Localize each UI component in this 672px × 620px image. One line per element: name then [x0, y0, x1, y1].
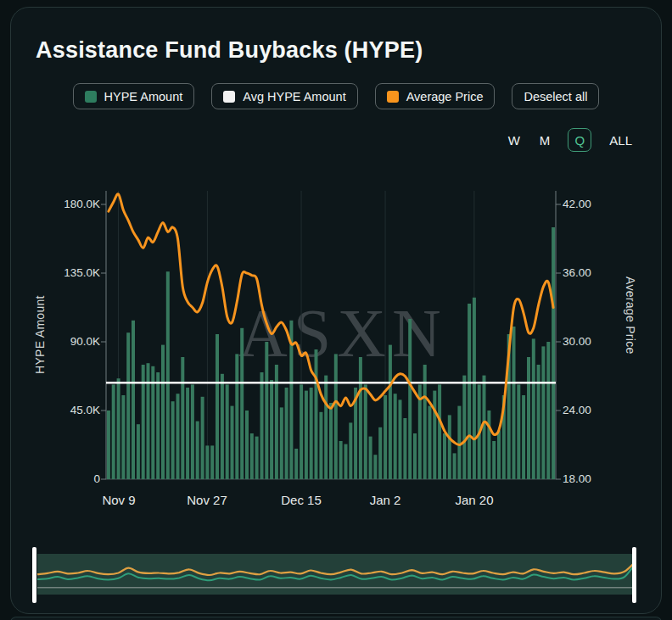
y-right-tick: 30.00: [563, 335, 613, 348]
hype-amount-bar: [522, 395, 525, 479]
hype-amount-bar: [137, 424, 140, 479]
hype-amount-bar: [255, 437, 259, 479]
hype-amount-bar: [171, 401, 175, 479]
avg-hype-amount-swatch-icon: [223, 91, 235, 103]
hype-amount-bar: [492, 441, 496, 479]
hype-amount-bar: [448, 415, 451, 479]
hype-amount-bar: [285, 388, 288, 479]
legend-label: HYPE Amount: [104, 90, 183, 103]
legend-toggle-average-price[interactable]: Average Price: [375, 83, 496, 109]
hype-amount-bar: [161, 345, 165, 479]
legend-toggle-hype-amount[interactable]: HYPE Amount: [73, 83, 195, 109]
y-right-tick: 42.00: [563, 198, 613, 210]
range-selector: W M Q ALL: [507, 127, 634, 153]
hype-amount-bar: [191, 384, 194, 479]
hype-amount-bar: [497, 430, 501, 479]
navigator-left-handle[interactable]: [32, 547, 36, 603]
hype-amount-bar: [216, 334, 219, 479]
hype-amount-bar: [428, 406, 432, 479]
hype-amount-bar: [378, 427, 382, 479]
hype-amount-bar: [181, 357, 184, 479]
range-option-quarter[interactable]: Q: [568, 128, 591, 152]
y-right-tick: 36.00: [563, 266, 613, 279]
range-navigator[interactable]: [31, 543, 641, 609]
hype-amount-bar: [546, 342, 550, 479]
x-tick: Nov 27: [173, 493, 241, 507]
hype-amount-bar: [270, 380, 273, 479]
hype-amount-bar: [294, 449, 298, 479]
hype-amount-bar: [527, 357, 530, 479]
hype-amount-bar: [512, 327, 516, 479]
hype-amount-bar: [147, 363, 150, 479]
hype-amount-bar: [265, 342, 268, 479]
hype-amount-bar: [408, 319, 412, 479]
hype-amount-bar: [210, 445, 214, 479]
hype-amount-bar: [344, 444, 348, 479]
legend-label: Avg HYPE Amount: [243, 90, 345, 103]
hype-amount-bar: [240, 328, 244, 479]
hype-amount-swatch-icon: [85, 91, 97, 103]
x-tick: Nov 9: [85, 493, 153, 507]
hype-amount-bar: [438, 384, 441, 479]
hype-amount-bar: [235, 354, 238, 479]
hype-amount-bar: [373, 455, 377, 479]
hype-amount-bar: [112, 384, 115, 479]
average-price-line: [109, 194, 553, 445]
hype-amount-bar: [305, 391, 308, 479]
hype-amount-bar: [468, 304, 471, 479]
range-option-all[interactable]: ALL: [608, 131, 634, 149]
hype-amount-bar: [443, 433, 446, 479]
legend-label: Average Price: [406, 90, 484, 103]
hype-amount-bar: [310, 388, 313, 479]
legend-toggle-avg-hype-amount[interactable]: Avg HYPE Amount: [211, 83, 357, 109]
y-left-tick: 0: [49, 472, 100, 485]
next-card-edge: [10, 617, 662, 620]
hype-amount-bar: [394, 394, 397, 479]
x-tick: Jan 2: [351, 493, 419, 507]
hype-amount-bar: [176, 394, 180, 479]
hype-amount-bar: [186, 388, 189, 479]
y-left-axis-title: HYPE Amount: [33, 265, 47, 405]
hype-amount-bar: [132, 321, 135, 479]
hype-amount-bar: [517, 384, 520, 479]
hype-amount-bar: [339, 441, 343, 479]
hype-amount-bar: [315, 349, 318, 479]
y-right-tick: 18.00: [563, 472, 613, 485]
hype-amount-bar: [453, 453, 456, 479]
average-price-swatch-icon: [387, 91, 399, 103]
page: Assistance Fund Buybacks (HYPE) HYPE Amo…: [0, 0, 672, 620]
y-left-tick: 135.0K: [49, 266, 100, 279]
hype-amount-bar: [324, 376, 328, 479]
hype-amount-bars: [107, 227, 555, 479]
range-option-week[interactable]: W: [507, 131, 522, 149]
hype-amount-bar: [329, 403, 333, 479]
hype-amount-bar: [541, 346, 545, 479]
deselect-all-button[interactable]: Deselect all: [512, 83, 599, 109]
hype-amount-bar: [196, 422, 199, 479]
hype-amount-bar: [552, 227, 555, 479]
hype-amount-bar: [245, 411, 249, 479]
range-option-month[interactable]: M: [538, 131, 552, 149]
hype-amount-bar: [389, 345, 392, 479]
y-right-tick: 24.00: [563, 404, 613, 416]
hype-amount-bar: [384, 395, 387, 479]
hype-amount-bar: [364, 384, 367, 479]
hype-amount-bar: [280, 407, 283, 479]
hype-amount-bar: [231, 406, 234, 479]
hype-amount-bar: [201, 397, 204, 479]
hype-amount-bar: [121, 395, 125, 479]
hype-amount-bar: [359, 357, 362, 479]
main-chart-plot-area[interactable]: [98, 185, 564, 483]
hype-amount-bar: [473, 298, 476, 479]
hype-amount-bar: [413, 433, 417, 479]
hype-amount-bar: [107, 411, 110, 479]
y-left-tick: 45.0K: [49, 404, 100, 416]
hype-amount-bar: [319, 412, 322, 479]
y-left-tick: 90.0K: [49, 335, 100, 348]
hype-amount-bar: [156, 372, 160, 479]
hype-amount-bar: [260, 372, 264, 479]
hype-amount-bar: [399, 399, 402, 479]
navigator-right-handle[interactable]: [632, 547, 636, 603]
page-title: Assistance Fund Buybacks (HYPE): [36, 37, 423, 64]
hype-amount-bar: [226, 384, 229, 479]
